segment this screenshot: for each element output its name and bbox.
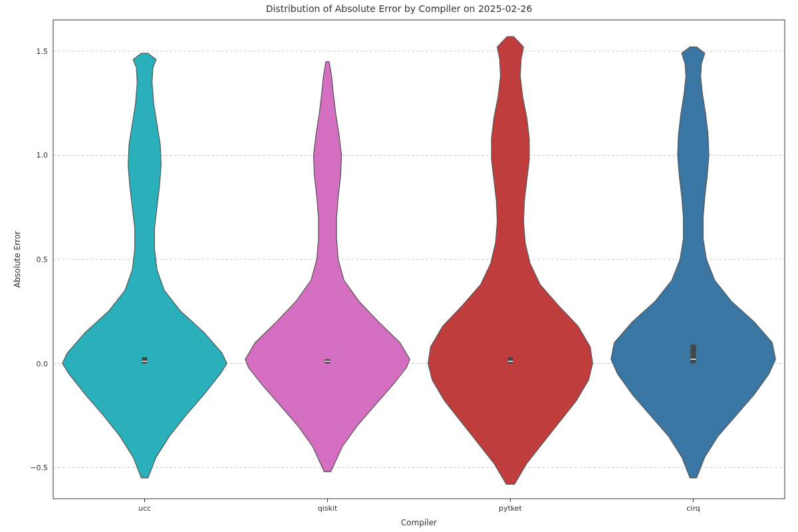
inner-box-ucc — [142, 357, 148, 363]
y-tick-label: 0.5 — [37, 255, 49, 264]
x-tick-label: pytket — [499, 504, 523, 513]
chart-svg: −0.50.00.51.01.5uccqiskitpytketcirqCompi… — [0, 0, 798, 532]
y-tick-label: 1.5 — [37, 47, 49, 56]
x-tick-label: ucc — [138, 504, 151, 513]
inner-box-cirq — [691, 344, 696, 363]
x-tick-label: cirq — [686, 504, 700, 513]
y-axis-label: Absolute Error — [13, 231, 22, 288]
y-tick-label: −0.5 — [30, 464, 48, 472]
violin-chart: −0.50.00.51.01.5uccqiskitpytketcirqCompi… — [0, 0, 798, 532]
inner-box-pytket — [508, 357, 513, 363]
y-tick-label: 1.0 — [37, 151, 49, 160]
x-tick-label: qiskit — [318, 504, 338, 513]
x-axis-label: Compiler — [401, 518, 437, 527]
y-tick-label: 0.0 — [37, 360, 49, 368]
chart-title: Distribution of Absolute Error by Compil… — [266, 3, 533, 14]
